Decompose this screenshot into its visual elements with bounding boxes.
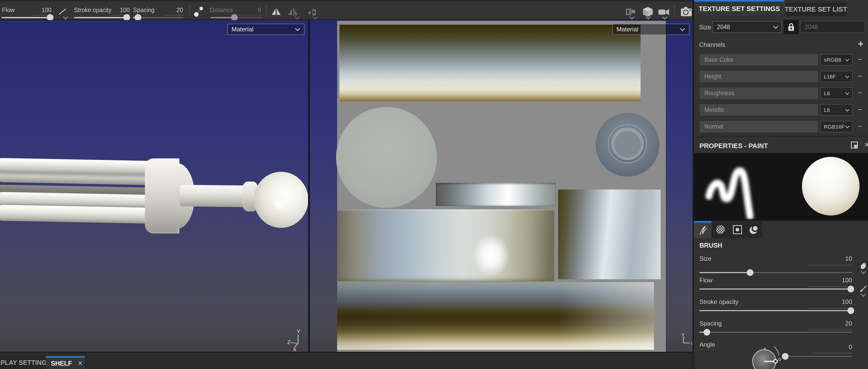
lazy-mouse-dots-icon[interactable] <box>193 6 205 18</box>
remove-channel-button[interactable]: − <box>858 89 862 97</box>
tab-texture-set-settings-label: TEXTURE SET SETTINGS <box>699 5 780 13</box>
viewport-2d[interactable]: Material v u <box>310 20 692 352</box>
video-camera-chevron-down-icon[interactable] <box>662 16 668 20</box>
model-collar <box>145 159 179 233</box>
tab-texture-set-settings[interactable]: TEXTURE SET SETTINGS ✕ <box>694 0 784 16</box>
material-sphere-icon[interactable] <box>749 225 759 234</box>
toolbar-stroke-opacity-value[interactable]: 100 <box>112 7 130 13</box>
toolbar-stroke-opacity-slider[interactable] <box>74 17 130 18</box>
gizmo-y-label: Y <box>297 330 300 334</box>
donut-inner-ring <box>611 127 644 160</box>
viewport-3d[interactable]: Material Y Z X <box>0 20 308 352</box>
stencil-icon[interactable] <box>733 225 742 234</box>
size-lock-button[interactable] <box>784 20 799 34</box>
dial-handle[interactable] <box>773 359 778 364</box>
chevron-down-icon <box>845 109 849 111</box>
cube-chevron-down-icon[interactable] <box>646 16 651 20</box>
channel-format-select[interactable]: L8 <box>820 87 852 99</box>
mirror-icon[interactable] <box>271 8 282 16</box>
brush-spacing-value[interactable]: 20 <box>826 320 852 327</box>
stroke-type-chevron-down-icon[interactable] <box>63 16 68 20</box>
remove-channel-button[interactable]: − <box>858 72 862 80</box>
tab-display-settings-label: PLAY SETTINGS <box>1 359 46 366</box>
channel-name-label: Metallic <box>704 107 724 113</box>
channel-row-name[interactable]: Height <box>700 71 818 82</box>
subtab-brush[interactable] <box>694 221 712 238</box>
toolbar-distance-label: Distance <box>210 7 233 13</box>
brush-stroke-preview <box>702 155 786 219</box>
app-window: Flow 100 Stroke opacity 100 Spacing 20 <box>0 0 868 369</box>
pen-pressure-size-chevron-down-icon[interactable] <box>861 271 866 274</box>
brush-angle-value[interactable]: 0 <box>826 344 852 351</box>
brush-flow-value[interactable]: 100 <box>826 277 852 284</box>
channel-format-select[interactable]: L16F <box>820 71 852 82</box>
panel-divider <box>694 136 868 137</box>
brush-angle-underline <box>813 353 852 353</box>
float-window-icon[interactable] <box>851 141 858 149</box>
channel-row-name[interactable]: Metallic <box>700 104 818 116</box>
toolbar-spacing-value[interactable]: 20 <box>166 7 183 13</box>
brush-stroke-opacity-slider[interactable] <box>700 310 852 311</box>
toolbar-flow-slider[interactable] <box>2 17 52 18</box>
channel-name-label: Height <box>704 73 721 80</box>
remove-channel-button[interactable]: − <box>858 106 862 113</box>
brush-spacing-slider[interactable] <box>700 332 852 333</box>
texture-island-donut <box>596 113 659 177</box>
chevron-down-icon <box>680 28 685 31</box>
pen-pressure-flow-chevron-down-icon[interactable] <box>861 293 866 297</box>
pen-pressure-size-icon[interactable] <box>860 262 867 270</box>
channel-format-select[interactable]: RGB16F <box>820 121 852 133</box>
toolbar-stroke-opacity-label: Stroke opacity <box>74 7 112 13</box>
size-label: Size <box>699 24 711 31</box>
brush-size-value[interactable]: 10 <box>826 255 852 262</box>
add-channel-button[interactable]: + <box>858 38 863 49</box>
channel-format-select[interactable]: sRGB8 <box>820 54 852 65</box>
brush-size-slider[interactable] <box>700 272 852 273</box>
channel-name-label: Roughness <box>704 90 734 97</box>
channel-format-select[interactable]: L8 <box>820 104 852 116</box>
dial-value-label: 0 <box>778 357 781 362</box>
brush-flow-slider[interactable] <box>700 288 852 289</box>
tab-display-settings[interactable]: PLAY SETTINGS <box>0 356 46 369</box>
gizmo-z-label: Z <box>287 339 290 345</box>
channel-row-name[interactable]: Normal <box>700 121 818 133</box>
channel-format-value: sRGB8 <box>824 57 841 63</box>
mirror-x-icon[interactable] <box>288 8 298 16</box>
toolbar-flow-value[interactable]: 100 <box>31 7 52 13</box>
chevron-down-icon <box>845 125 849 128</box>
size-select[interactable]: 2048 <box>712 21 782 33</box>
brush-angle-dial[interactable] <box>752 349 776 369</box>
brush-spacing-underline <box>808 330 852 330</box>
properties-close-icon[interactable]: ✕ <box>864 141 868 149</box>
properties-title: PROPERTIES - PAINT <box>700 142 768 150</box>
uv-texture-plane <box>337 21 666 352</box>
split-view-chevron-down-icon[interactable] <box>629 16 635 20</box>
tab-shelf[interactable]: SHELF ✕ <box>46 356 85 369</box>
channel-row-name[interactable]: Base Color <box>700 54 818 65</box>
chevron-down-icon <box>295 28 300 31</box>
dial-arc <box>773 346 781 357</box>
brush-angle-slider[interactable] <box>782 356 852 357</box>
viewport2d-material-dropdown[interactable]: Material <box>612 24 689 35</box>
tab-texture-set-list[interactable]: TEXTURE SET LIST <box>785 3 846 16</box>
brush-material-preview-sphere <box>802 157 860 216</box>
channel-format-value: RGB16F <box>824 124 845 130</box>
toolbar-spacing-slider[interactable] <box>133 17 183 18</box>
viewport3d-material-dropdown[interactable]: Material <box>227 24 305 35</box>
brush-flow-label: Flow <box>700 277 713 284</box>
texture-island-circle <box>336 107 437 208</box>
bottom-tab-bar: PLAY SETTINGS SHELF ✕ <box>0 352 692 369</box>
mirror-x-chevron-down-icon[interactable] <box>294 16 300 20</box>
channel-format-value: L8 <box>824 90 830 96</box>
tab-shelf-close-icon[interactable]: ✕ <box>78 360 83 367</box>
viewport-splitter[interactable] <box>308 20 310 352</box>
remove-channel-button[interactable]: − <box>858 56 862 63</box>
toolbar-divider <box>266 5 267 18</box>
remove-channel-button[interactable]: − <box>858 122 862 130</box>
dot-mirror-chevron-down-icon[interactable] <box>312 16 318 20</box>
alpha-checker-icon[interactable] <box>716 225 725 234</box>
brush-angle-label: Angle <box>700 341 715 348</box>
photo-camera-icon[interactable] <box>680 6 692 17</box>
brush-stroke-opacity-value[interactable]: 100 <box>826 298 852 306</box>
channel-row-name[interactable]: Roughness <box>700 87 818 99</box>
